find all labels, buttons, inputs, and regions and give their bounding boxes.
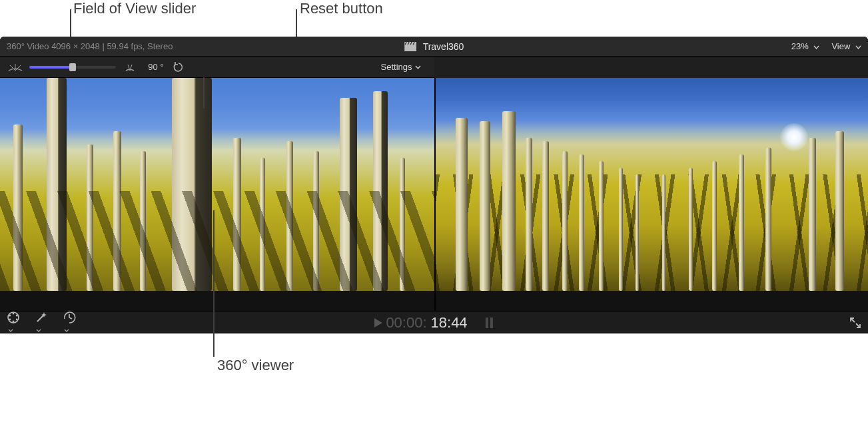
reset-icon <box>173 62 184 73</box>
chevron-down-icon <box>855 45 861 49</box>
fov-slider-fill <box>29 66 73 69</box>
callout-line <box>213 210 215 357</box>
timecode-dim: 00:00: <box>386 314 426 331</box>
viewer-360[interactable] <box>0 78 434 311</box>
chevron-down-icon <box>64 329 69 332</box>
callout-label-360-viewer: 360° viewer <box>217 357 294 374</box>
annotation-callouts-bottom: 360° viewer <box>0 333 868 377</box>
fov-slider[interactable] <box>29 66 116 69</box>
svg-rect-0 <box>404 45 416 51</box>
viewer-window: 360° Video 4096 × 2048 | 59.94 fps, Ster… <box>0 37 868 333</box>
chevron-down-icon <box>415 65 421 69</box>
svg-point-14 <box>16 319 18 321</box>
annotation-callouts-top: Field of View slider Reset button <box>0 0 868 37</box>
zoom-menu[interactable]: 23% <box>791 41 820 51</box>
svg-point-13 <box>16 315 18 317</box>
fullscreen-button[interactable] <box>849 317 861 329</box>
timecode-display: 00:00:18:44 <box>374 314 494 331</box>
view-menu-label: View <box>831 41 850 51</box>
project-title-group: Travel360 <box>404 41 464 52</box>
svg-rect-22 <box>486 318 488 328</box>
svg-line-18 <box>37 315 44 322</box>
callout-line <box>296 9 297 37</box>
fov-slider-thumb[interactable] <box>69 63 76 71</box>
callout-label-fov-slider: Field of View slider <box>73 0 196 17</box>
audio-meter <box>485 316 494 329</box>
svg-point-12 <box>13 313 15 315</box>
clip-info-text: 360° Video 4096 × 2048 | 59.94 fps, Ster… <box>7 41 173 51</box>
callout-line <box>203 77 205 108</box>
enhance-tools-menu[interactable] <box>35 311 48 334</box>
viewer-360-image <box>0 78 434 291</box>
reset-button[interactable] <box>173 62 184 73</box>
settings-label: Settings <box>381 62 412 72</box>
viewer-equirectangular[interactable] <box>434 78 869 311</box>
settings-menu[interactable]: Settings <box>381 62 421 72</box>
svg-point-16 <box>9 319 11 321</box>
fov-wide-icon <box>7 61 24 73</box>
svg-point-17 <box>9 315 11 317</box>
viewer-footer: 00:00:18:44 <box>0 311 868 333</box>
titlebar: 360° Video 4096 × 2048 | 59.94 fps, Ster… <box>0 37 868 57</box>
svg-line-24 <box>851 319 855 322</box>
viewer-equirect-image <box>436 78 869 291</box>
svg-rect-23 <box>490 318 493 328</box>
play-icon[interactable] <box>374 318 382 327</box>
svg-line-20 <box>69 318 72 319</box>
fov-narrow-icon <box>121 61 139 73</box>
fov-value[interactable]: 90 ° <box>144 62 168 72</box>
retime-tools-menu[interactable] <box>63 311 76 334</box>
view-menu[interactable]: View <box>831 41 861 51</box>
callout-label-reset: Reset button <box>300 0 383 17</box>
viewer-360-toolbar: 90 ° Settings <box>0 57 434 78</box>
svg-line-25 <box>856 324 859 327</box>
chevron-down-icon <box>36 329 41 332</box>
color-tools-menu[interactable] <box>7 311 20 334</box>
zoom-value: 23% <box>791 41 809 51</box>
svg-marker-21 <box>374 318 382 327</box>
chevron-down-icon <box>813 45 819 49</box>
project-name: Travel360 <box>423 41 464 52</box>
svg-point-15 <box>13 321 15 323</box>
viewports <box>0 78 868 311</box>
clapperboard-icon <box>404 42 416 51</box>
timecode-bright: 18:44 <box>431 314 468 331</box>
chevron-down-icon <box>8 329 13 332</box>
